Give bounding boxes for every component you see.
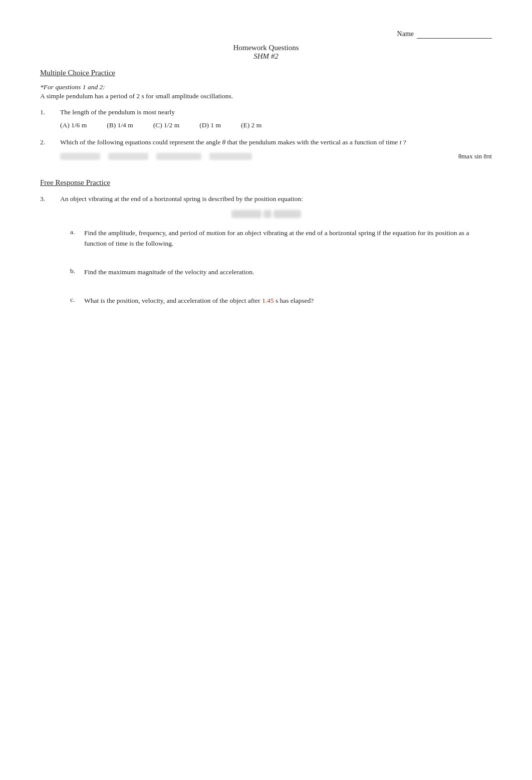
blur-choice-1: [60, 153, 100, 160]
q3-text: An object vibrating at the end of a hori…: [60, 195, 492, 203]
sub-q-a: a. Find the amplitude, frequency, and pe…: [70, 228, 492, 249]
sub-q-c: c. What is the position, velocity, and a…: [70, 296, 492, 306]
mc-intro-italic: *For questions 1 and 2:: [40, 83, 492, 91]
q2-number: 2.: [40, 138, 60, 146]
q1-number: 1.: [40, 108, 60, 116]
question-1: 1. The length of the pendulum is most ne…: [40, 108, 492, 116]
blur-choice-4: [209, 153, 252, 160]
name-line: Name: [40, 30, 492, 39]
fr-section-heading: Free Response Practice: [40, 178, 492, 187]
sub-q-c-text: What is the position, velocity, and acce…: [84, 296, 492, 306]
mc-intro-body: A simple pendulum has a period of 2 s fo…: [40, 92, 492, 100]
q3-equation-blurred: [40, 210, 492, 218]
blur-choice-3: [156, 153, 201, 160]
blur-choice-2: [108, 153, 148, 160]
title-sub: SHM #2: [40, 52, 492, 61]
sub-q-b-label: b. Find the maximum magnitude of the vel…: [70, 267, 492, 278]
blur-eq-part3: [274, 210, 301, 218]
name-underline-field: [417, 30, 492, 39]
sub-q-a-letter: a.: [70, 228, 79, 249]
q2-choices-blurred: θmax sin 8πt: [60, 152, 492, 160]
name-label: Name: [397, 30, 414, 39]
free-response-section: Free Response Practice 3. An object vibr…: [40, 178, 492, 306]
blur-eq-part2: [263, 210, 272, 218]
sub-q-b: b. Find the maximum magnitude of the vel…: [70, 267, 492, 278]
choice-b: (B) 1/4 m: [107, 121, 133, 129]
blur-eq-part1: [231, 210, 261, 218]
q1-text: The length of the pendulum is most nearl…: [60, 108, 492, 116]
highlight-time: 1.45: [260, 297, 274, 304]
sub-q-a-label: a. Find the amplitude, frequency, and pe…: [70, 228, 492, 249]
fr-question-3: 3. An object vibrating at the end of a h…: [40, 195, 492, 306]
choice-c: (C) 1/2 m: [153, 121, 180, 129]
q3-main: 3. An object vibrating at the end of a h…: [40, 195, 492, 203]
title-block: Homework Questions SHM #2: [40, 44, 492, 61]
q1-choices: (A) 1/6 m (B) 1/4 m (C) 1/2 m (D) 1 m (E…: [60, 121, 492, 129]
q3-number: 3.: [40, 195, 60, 203]
sub-questions: a. Find the amplitude, frequency, and pe…: [70, 228, 492, 306]
sub-q-c-label: c. What is the position, velocity, and a…: [70, 296, 492, 306]
choice-d: (D) 1 m: [199, 121, 221, 129]
mc-section-heading: Multiple Choice Practice: [40, 69, 492, 77]
q2-equation-end: θmax sin 8πt: [458, 152, 492, 160]
q2-text: Which of the following equations could r…: [60, 138, 492, 146]
choice-e: (E) 2 m: [241, 121, 261, 129]
choice-a: (A) 1/6 m: [60, 121, 87, 129]
multiple-choice-section: Multiple Choice Practice *For questions …: [40, 69, 492, 160]
sub-q-b-text: Find the maximum magnitude of the veloci…: [84, 267, 492, 278]
sub-q-c-letter: c.: [70, 296, 79, 306]
question-2: 2. Which of the following equations coul…: [40, 138, 492, 146]
title-main: Homework Questions: [40, 44, 492, 52]
sub-q-b-letter: b.: [70, 267, 79, 278]
sub-q-a-text: Find the amplitude, frequency, and perio…: [84, 228, 492, 249]
